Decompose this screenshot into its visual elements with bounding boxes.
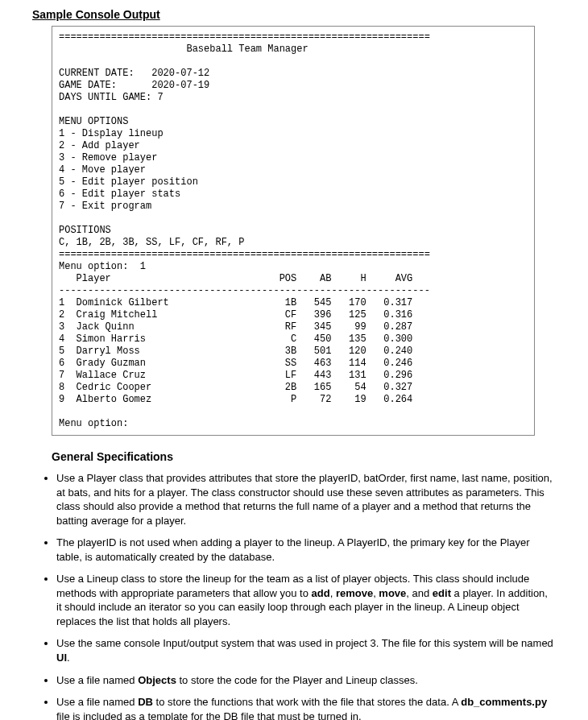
spec-item: Use the same console Input/output system… — [56, 636, 556, 664]
console-output: ========================================… — [52, 26, 535, 436]
spec-item: Use a Lineup class to store the lineup f… — [56, 572, 556, 628]
spec-heading: General Specifications — [52, 450, 556, 463]
spec-item: Use a file named DB to store the functio… — [56, 695, 556, 720]
spec-list: Use a Player class that provides attribu… — [32, 471, 556, 720]
spec-item: Use a Player class that provides attribu… — [56, 471, 556, 528]
page-heading: Sample Console Output — [32, 8, 556, 21]
spec-item: The playerID is not used when adding a p… — [56, 536, 556, 564]
spec-item: Use a file named Objects to store the co… — [56, 673, 556, 688]
